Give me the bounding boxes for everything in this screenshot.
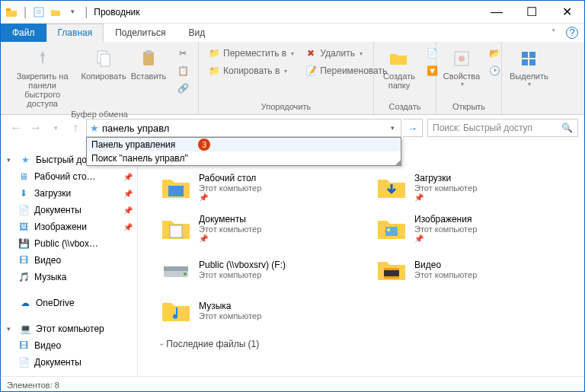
newfolder-button[interactable]: Создать папку (379, 45, 420, 102)
music-icon: 🎵 (18, 271, 30, 283)
up-button[interactable]: ↑ (66, 119, 85, 137)
address-dropdown-icon[interactable]: ▾ (388, 124, 398, 132)
copypath-button[interactable]: 📋 (172, 62, 193, 79)
sidebar-item-pictures[interactable]: 🖼Изображени📌 (1, 218, 137, 235)
history-icon: 🕑 (488, 65, 500, 77)
scissors-icon: ✂ (177, 47, 189, 59)
sidebar-item-video[interactable]: 🎞Видео (1, 252, 137, 269)
pictures-icon: 🖼 (18, 221, 30, 233)
minimize-button[interactable]: — (479, 1, 514, 24)
status-bar: Элементов: 8 (1, 376, 584, 392)
netdrive-icon (161, 254, 191, 285)
qat-properties-icon[interactable] (31, 5, 46, 20)
sidebar-item-desktop[interactable]: 🖥Рабочий сто…📌 (1, 168, 137, 185)
suggestion-item[interactable]: Панель управления 3 (87, 138, 401, 151)
folder-item-downloads[interactable]: ЗагрузкиЭтот компьютер📌 (376, 168, 577, 206)
onedrive-icon: ☁ (19, 297, 31, 309)
sidebar-item-downloads[interactable]: ⬇Загрузки📌 (1, 185, 137, 202)
pin-icon: 📌 (123, 223, 133, 231)
recent-files-header[interactable]: › Последние файлы (1) (161, 339, 577, 349)
shortcut-icon: 🔗 (177, 82, 189, 94)
recent-locations-button[interactable]: ▾ (46, 119, 65, 137)
tab-file[interactable]: Файл (1, 24, 46, 42)
group-clipboard-label: Буфер обмена (5, 110, 193, 119)
address-input[interactable] (102, 123, 388, 134)
svg-rect-0 (6, 8, 11, 11)
sidebar-thispc[interactable]: ▾💻Этот компьютер (1, 320, 137, 337)
copyto-icon: 📁 (208, 65, 220, 77)
properties-button[interactable]: Свойства▾ (441, 45, 482, 102)
forward-button[interactable]: → (27, 119, 45, 137)
ribbon: Закрепить на панели быстрого доступа Коп… (1, 42, 584, 115)
help-icon[interactable]: ? (566, 27, 578, 39)
pc-icon: 💻 (19, 323, 31, 335)
tab-share[interactable]: Поделиться (104, 24, 177, 42)
svg-point-7 (459, 56, 465, 62)
documents-icon: 📄 (18, 356, 30, 368)
sidebar-pc-documents[interactable]: 📄Документы (1, 354, 137, 371)
sidebar: ▾ ★ Быстрый досту 🖥Рабочий сто…📌 ⬇Загруз… (1, 141, 138, 376)
sidebar-onedrive[interactable]: ▸☁OneDrive (1, 295, 137, 311)
folder-item-desktop[interactable]: Рабочий столЭтот компьютер📌 (161, 168, 361, 206)
select-button[interactable]: Выделить▾ (507, 45, 551, 102)
tab-home[interactable]: Главная (46, 24, 104, 42)
group-open-label: Открыть (441, 102, 497, 113)
copyto-button[interactable]: 📁Копировать в▾ (203, 62, 299, 79)
address-bar[interactable]: ★ ▾ Панель управления 3 Поиск "панель уп… (86, 119, 401, 137)
folder-item-pictures[interactable]: ИзображенияЭтот компьютер📌 (376, 209, 577, 247)
window-title: Проводник (94, 7, 139, 18)
main: ▾ ★ Быстрый досту 🖥Рабочий сто…📌 ⬇Загруз… (1, 141, 584, 376)
pin-quickaccess-button[interactable]: Закрепить на панели быстрого доступа (5, 45, 79, 110)
tab-view[interactable]: Вид (177, 24, 216, 42)
sidebar-item-netdrive[interactable]: 💾Public (\\vbox… (1, 235, 137, 252)
folder-item-documents[interactable]: ДокументыЭтот компьютер📌 (161, 209, 361, 247)
folder-icon (376, 172, 407, 202)
pin-icon: 📌 (123, 173, 133, 181)
pin-icon: 📌 (123, 206, 133, 215)
folder-item-music[interactable]: МузыкаЭтот компьютер (161, 292, 361, 330)
copy-icon (91, 46, 116, 71)
suggestion-item[interactable]: Поиск "панель управл" (87, 151, 401, 165)
sidebar-item-documents[interactable]: 📄Документы📌 (1, 202, 137, 218)
pin-icon (30, 46, 55, 71)
qat-newfolder-icon[interactable] (48, 5, 63, 20)
svg-rect-13 (170, 225, 182, 237)
ribbon-collapse-icon[interactable]: ˅ (545, 24, 563, 42)
folder-item-netdrive[interactable]: Public (\\vboxsrv) (F:)Этот компьютер (161, 250, 361, 288)
maximize-button[interactable]: ☐ (514, 1, 549, 24)
search-placeholder: Поиск: Быстрый доступ (433, 123, 532, 133)
svg-rect-8 (522, 52, 528, 58)
group-select-label (507, 102, 580, 113)
moveto-icon: 📁 (208, 47, 220, 59)
cut-button[interactable]: ✂ (172, 45, 193, 62)
open-icon: 📂 (488, 47, 500, 59)
svg-rect-20 (384, 268, 399, 270)
status-text: Элементов: 8 (7, 381, 59, 390)
resize-grip-icon[interactable]: ◢ (395, 158, 401, 166)
search-box[interactable]: Поиск: Быстрый доступ 🔍 (427, 119, 578, 137)
moveto-button[interactable]: 📁Переместить в▾ (203, 45, 299, 62)
sidebar-pc-video[interactable]: 🎞Видео (1, 337, 137, 354)
chevron-down-icon: ▾ (7, 325, 14, 333)
pin-icon: 📌 (199, 234, 261, 243)
back-button[interactable]: ← (7, 119, 25, 137)
group-organize-label: Упорядочить (203, 102, 369, 113)
pin-icon: 📌 (123, 190, 133, 198)
qat-dropdown-icon[interactable]: ▼ (65, 5, 80, 20)
go-button[interactable]: → (403, 119, 423, 137)
video-icon: 🎞 (18, 339, 30, 352)
svg-rect-21 (384, 276, 399, 279)
sidebar-item-music[interactable]: 🎵Музыка (1, 269, 137, 285)
paste-shortcut-button[interactable]: 🔗 (172, 80, 193, 97)
folder-item-video[interactable]: ВидеоЭтот компьютер (376, 250, 577, 288)
paste-button[interactable]: Вставить (128, 45, 169, 110)
netdrive-icon: 💾 (18, 237, 30, 250)
newfolder-icon (387, 46, 411, 71)
copy-button[interactable]: Копировать (81, 45, 126, 110)
rename-icon: 📝 (305, 65, 317, 77)
close-button[interactable]: ✕ (549, 1, 584, 24)
svg-rect-5 (145, 50, 152, 54)
svg-rect-17 (164, 266, 188, 271)
annotation-badge: 3 (198, 139, 210, 151)
folder-icon (376, 254, 407, 285)
